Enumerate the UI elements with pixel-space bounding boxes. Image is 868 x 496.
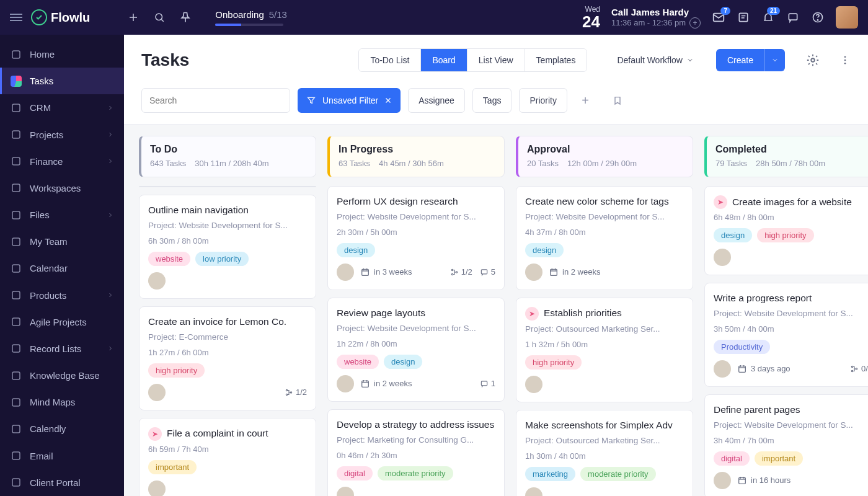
tag[interactable]: moderate priority [378,466,453,480]
sidebar-item-calendar[interactable]: Calendar [0,255,124,281]
tag[interactable]: moderate priority [580,467,656,481]
sidebar-item-calendly[interactable]: Calendly [0,415,124,442]
view-tab-templates[interactable]: Templates [525,49,587,71]
task-card[interactable]: ➤Establish prioritiesProject: Outsourced… [516,298,693,402]
assignee-avatar[interactable] [148,480,166,496]
task-card[interactable]: Outline main navigationProject: Website … [139,195,316,299]
brand-logo[interactable]: Flowlu [31,9,90,25]
date-widget[interactable]: Wed 24 [582,5,600,30]
sidebar-item-tasks[interactable]: Tasks [0,68,124,94]
task-card[interactable]: Create new color scheme for tagsProject:… [516,186,693,290]
sidebar-item-knowledge-base[interactable]: Knowledge Base [0,362,124,389]
add-filter-icon[interactable]: + [578,94,592,107]
card-time: 2h 30m / 5h 00m [337,228,495,237]
add-icon[interactable] [127,11,140,24]
profile-avatar[interactable] [836,6,858,29]
create-button[interactable]: Create [716,49,764,71]
task-card[interactable]: ➤File a complaint in court6h 59m / 7h 40… [139,418,316,496]
add-event-icon[interactable]: + [689,17,701,29]
full-form-button[interactable]: Full Form [228,187,316,187]
assignee-avatar[interactable] [714,249,731,266]
close-icon[interactable] [384,97,392,104]
sidebar-item-record-lists[interactable]: Record Lists [0,335,124,362]
tag[interactable]: Productivity [714,340,770,354]
filter-pill-tags[interactable]: Tags [472,88,512,113]
tag[interactable]: design [337,243,375,257]
settings-icon[interactable] [806,53,820,67]
sidebar-item-home[interactable]: Home [0,41,124,68]
tag[interactable]: digital [337,466,373,480]
help-icon[interactable] [811,11,825,24]
quick-add-button[interactable]: Quick Add [140,187,228,187]
sidebar-item-crm[interactable]: CRM [0,94,124,121]
menu-toggle-icon[interactable] [10,14,22,21]
task-card[interactable]: Make screenshots for Simplex AdvProject:… [516,410,693,496]
workflow-dropdown[interactable]: Default Workflow [617,55,694,65]
search-icon[interactable] [153,11,166,24]
tag[interactable]: design [714,228,752,242]
search-input[interactable] [141,88,290,113]
assignee-avatar[interactable] [337,375,354,392]
chat-icon[interactable] [786,11,800,24]
assignee-avatar[interactable] [525,264,542,281]
column-header[interactable]: In Progress63 Tasks4h 45m / 30h 56m [327,136,505,177]
next-event[interactable]: Call James Hardy 11:36 am - 12:36 pm+ [611,7,701,29]
pin-icon[interactable] [179,11,192,24]
svg-point-2 [156,14,162,20]
view-tab-board[interactable]: Board [421,49,467,71]
assignee-avatar[interactable] [714,360,731,378]
view-tab-to-do-list[interactable]: To-Do List [359,49,421,71]
sidebar-item-my-team[interactable]: My Team [0,228,124,255]
subtask-count: 1/2 [450,267,472,277]
task-card[interactable]: ➤Create images for a website6h 48m / 8h … [704,186,868,275]
filter-pill-priority[interactable]: Priority [519,88,567,113]
tag[interactable]: website [148,252,190,266]
task-card[interactable]: Define parent pagesProject: Website Deve… [704,394,868,496]
inbox-icon[interactable]: 7 [712,11,725,24]
bookmark-icon[interactable] [611,94,624,107]
bell-icon[interactable]: 21 [761,11,775,24]
tag[interactable]: digital [714,451,750,466]
assignee-avatar[interactable] [148,384,166,401]
onboarding-widget[interactable]: Onboarding 5/13 [215,9,287,26]
column-header[interactable]: Approval20 Tasks12h 00m / 29h 00m [516,136,693,177]
tag[interactable]: design [384,355,422,369]
sidebar-item-client-portal[interactable]: Client Portal [0,469,124,496]
tag[interactable]: high priority [525,355,582,370]
task-card[interactable]: Develop a strategy to address issuesProj… [327,409,505,496]
tag[interactable]: high priority [757,228,813,242]
create-dropdown[interactable] [764,49,785,71]
assignee-avatar[interactable] [337,264,354,281]
assignee-avatar[interactable] [337,487,354,496]
sidebar-item-files[interactable]: Files [0,202,124,228]
tag[interactable]: marketing [525,467,575,481]
sidebar-item-projects[interactable]: Projects [0,122,124,148]
filter-pill-assignee[interactable]: Assignee [408,88,465,113]
tag[interactable]: website [337,355,379,369]
tag[interactable]: high priority [148,363,205,378]
more-icon[interactable] [839,55,851,66]
sidebar-item-mind-maps[interactable]: Mind Maps [0,389,124,415]
sidebar-item-agile-projects[interactable]: Agile Projects [0,309,124,335]
assignee-avatar[interactable] [525,487,542,496]
tag[interactable]: important [755,451,803,466]
task-card[interactable]: Write a progress reportProject: Website … [704,283,868,387]
sidebar-item-workspaces[interactable]: Workspaces [0,175,124,202]
task-card[interactable]: Create an invoice for Lemon Co.Project: … [139,306,316,410]
sidebar-item-email[interactable]: Email [0,443,124,469]
assignee-avatar[interactable] [148,272,166,290]
view-tab-list-view[interactable]: List View [467,49,525,71]
tag[interactable]: low priority [195,252,249,266]
sidebar-item-finance[interactable]: Finance [0,148,124,175]
assignee-avatar[interactable] [525,376,542,393]
sidebar-item-products[interactable]: Products [0,282,124,309]
task-card[interactable]: Review page layoutsProject: Website Deve… [327,298,505,402]
active-filter-chip[interactable]: Unsaved Filter [298,88,401,113]
assignee-avatar[interactable] [714,472,731,489]
task-card[interactable]: Perform UX design researchProject: Websi… [327,186,505,290]
tag[interactable]: important [148,460,197,474]
column-header[interactable]: To Do643 Tasks30h 11m / 208h 40m [139,136,316,177]
notes-icon[interactable] [737,11,750,24]
column-header[interactable]: Completed79 Tasks28h 50m / 78h 00m [704,136,868,177]
tag[interactable]: design [525,243,564,257]
